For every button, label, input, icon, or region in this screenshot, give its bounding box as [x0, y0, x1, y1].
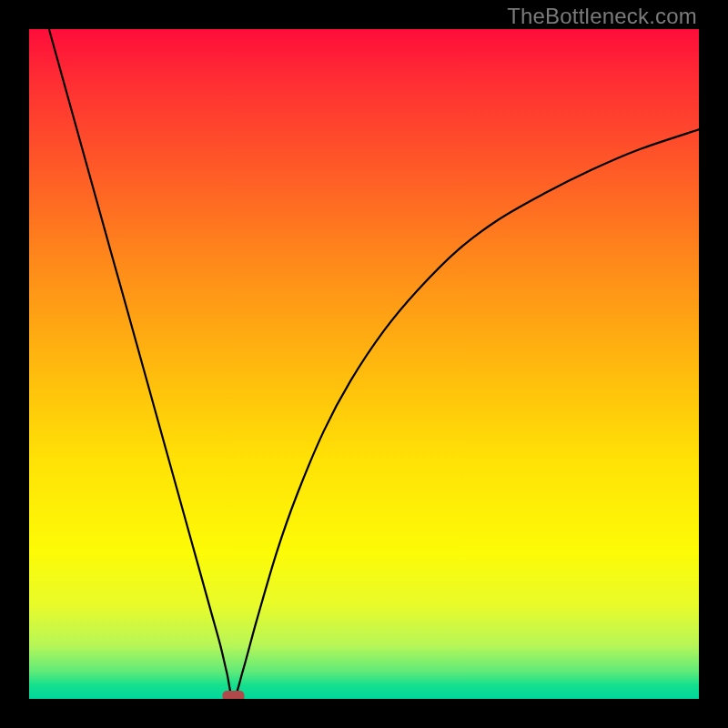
plot-area	[29, 29, 699, 699]
curve-layer	[29, 29, 699, 699]
chart-frame: TheBottleneck.com	[0, 0, 728, 728]
watermark-text: TheBottleneck.com	[507, 4, 697, 29]
bottleneck-curve	[49, 30, 699, 699]
min-marker	[222, 691, 244, 699]
